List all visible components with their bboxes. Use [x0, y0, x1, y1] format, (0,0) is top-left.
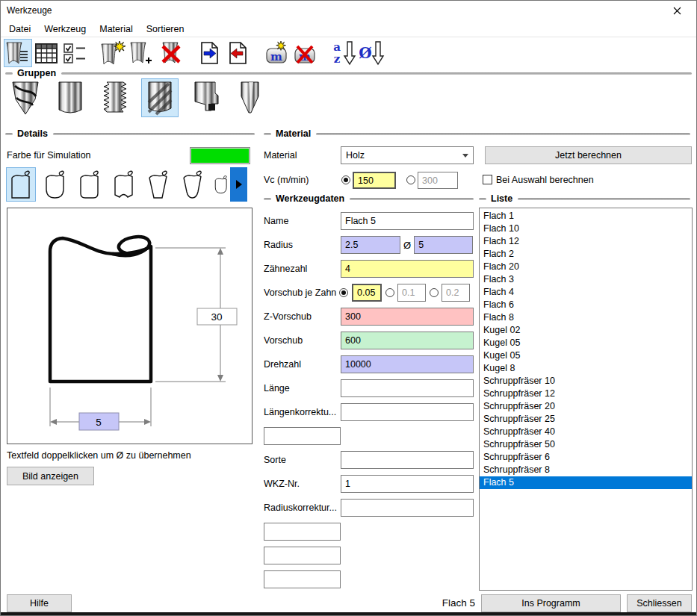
tip-shape-ball[interactable]	[40, 167, 70, 202]
list-item[interactable]: Flach 5	[480, 476, 692, 489]
sorte-input[interactable]	[341, 451, 474, 469]
fpt1-input[interactable]	[352, 284, 382, 302]
list-item[interactable]: Flach 20	[480, 261, 692, 273]
list-item[interactable]: Flach 2	[480, 248, 692, 261]
list-item[interactable]: Schruppfräser 6	[480, 451, 692, 464]
sort-az-icon[interactable]: a z	[329, 39, 358, 67]
group-endmill-spiral-icon[interactable]	[141, 78, 179, 117]
extra-input-3[interactable]	[264, 547, 341, 564]
radius-corr-input[interactable]	[341, 499, 474, 517]
vc2-input[interactable]	[418, 172, 458, 189]
list-item[interactable]: Flach 1	[480, 210, 692, 223]
list-item[interactable]: Kugel 8	[480, 362, 692, 375]
vc1-radio[interactable]	[341, 175, 350, 184]
material-label: Material	[264, 150, 297, 161]
list-item[interactable]: Schruppfräser 10	[480, 375, 692, 388]
length-corr-input[interactable]	[341, 403, 474, 421]
help-button[interactable]: Hilfe	[7, 594, 72, 612]
extra-input-1[interactable]	[264, 427, 341, 445]
simulation-color-swatch[interactable]	[190, 147, 250, 164]
sort-diameter-icon[interactable]: Ø	[358, 39, 386, 67]
section-werkzeugdaten: Werkzeugdaten	[264, 193, 474, 204]
tool-list[interactable]: Flach 1Flach 10Flach 12Flach 2Flach 20Fl…	[479, 208, 693, 591]
export-icon[interactable]	[195, 39, 223, 67]
vc2-radio[interactable]	[406, 175, 415, 184]
extra-input-4[interactable]	[264, 570, 341, 588]
list-item[interactable]: Flach 3	[480, 273, 692, 286]
fpt2-input[interactable]	[397, 284, 426, 302]
fpt3-radio[interactable]	[430, 288, 439, 297]
list-item[interactable]: Flach 8	[480, 311, 692, 324]
diameter-input[interactable]	[414, 236, 473, 254]
show-image-button[interactable]: Bild anzeigen	[7, 467, 94, 485]
new-tool-icon[interactable]	[99, 39, 128, 67]
tip-shape-notched[interactable]	[109, 167, 139, 202]
tip-shape-row	[6, 167, 247, 202]
tip-shape-taper[interactable]	[143, 167, 173, 202]
tip-shape-rounded[interactable]	[75, 167, 105, 202]
tip-shape-partial[interactable]	[212, 167, 230, 202]
list-item[interactable]: Kugel 05	[480, 349, 692, 362]
rpm-input[interactable]	[341, 355, 474, 373]
double-click-hint: Textfeld doppelklicken um Ø zu übernehme…	[7, 450, 191, 461]
list-item[interactable]: Flach 10	[480, 223, 692, 235]
group-endmill-straight-icon[interactable]	[52, 78, 89, 117]
list-item[interactable]: Kugel 05	[480, 337, 692, 349]
radius-input[interactable]	[341, 236, 400, 254]
list-item[interactable]: Schruppfräser 50	[480, 438, 692, 451]
list-item[interactable]: Flach 12	[480, 235, 692, 248]
length-input[interactable]	[341, 379, 474, 397]
zfeed-input[interactable]	[341, 308, 474, 326]
list-item[interactable]: Schruppfräser 25	[480, 413, 692, 426]
feed-input[interactable]	[341, 332, 474, 349]
list-item[interactable]: Schruppfräser 20	[480, 400, 692, 413]
name-input[interactable]	[341, 212, 474, 230]
wkz-input[interactable]	[341, 475, 474, 493]
table-icon[interactable]	[32, 39, 61, 67]
extra-input-2[interactable]	[264, 523, 341, 541]
delete-tool-icon[interactable]	[156, 39, 185, 67]
close-button[interactable]: Schliessen	[627, 594, 692, 612]
tip-shape-taper-round[interactable]	[178, 167, 208, 202]
menu-item-sortieren[interactable]: Sortieren	[140, 22, 191, 37]
new-material-icon[interactable]: m	[262, 39, 291, 67]
checklist-icon[interactable]	[61, 39, 89, 67]
copy-tool-icon[interactable]	[128, 39, 156, 67]
vc-label: Vc (m/min)	[264, 175, 309, 185]
feed-per-tooth-label: Vorschub je Zahn	[264, 287, 339, 298]
to-program-button[interactable]: Ins Programm	[481, 594, 621, 612]
teeth-input[interactable]	[341, 260, 474, 278]
list-item[interactable]: Schruppfräser 8	[480, 464, 692, 476]
diameter-dim-field[interactable]: 5	[79, 413, 119, 430]
tool-group-row	[7, 78, 268, 117]
fpt3-input[interactable]	[442, 284, 470, 302]
menu-item-material[interactable]: Material	[93, 22, 139, 37]
list-item[interactable]: Flach 6	[480, 299, 692, 311]
menu-item-datei[interactable]: Datei	[2, 22, 37, 37]
group-facemill-icon[interactable]	[186, 78, 223, 117]
material-select[interactable]: Holz	[341, 146, 474, 164]
more-shapes-arrow-icon[interactable]	[230, 167, 247, 202]
fpt1-radio[interactable]	[339, 288, 348, 297]
import-icon[interactable]	[223, 39, 252, 67]
fpt2-radio[interactable]	[385, 288, 394, 297]
list-item[interactable]: Schruppfräser 40	[480, 426, 692, 438]
list-item[interactable]: Kugel 02	[480, 324, 692, 337]
window-title: Werkzeuge	[7, 5, 52, 16]
calc-now-button[interactable]: Jetzt berechnen	[485, 146, 692, 164]
calc-on-select-checkbox[interactable]	[483, 175, 492, 184]
height-dim-field[interactable]: 30	[197, 308, 237, 325]
list-item[interactable]: Flach 4	[480, 286, 692, 299]
group-drill-icon[interactable]	[7, 78, 44, 117]
toolbar: m m a z Ø	[1, 37, 696, 69]
group-vbit-icon[interactable]	[231, 78, 268, 117]
tip-shape-flat[interactable]	[6, 167, 36, 202]
group-thread-tap-icon[interactable]	[96, 78, 134, 117]
list-item[interactable]: Schruppfräser 12	[480, 388, 692, 400]
delete-material-icon[interactable]: m	[291, 39, 319, 67]
vc1-input[interactable]	[353, 172, 396, 189]
menu-item-werkzeug[interactable]: Werkzeug	[37, 22, 93, 37]
current-tool-label: Flach 5	[374, 597, 475, 609]
close-icon[interactable]	[662, 1, 692, 21]
tool-list-icon[interactable]	[4, 39, 32, 67]
